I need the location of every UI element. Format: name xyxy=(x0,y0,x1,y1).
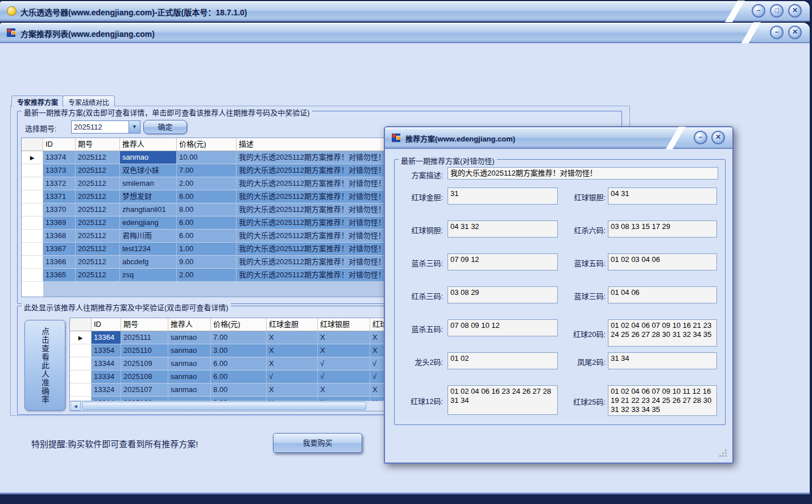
row-selector[interactable] xyxy=(22,269,43,282)
child-minimize-button[interactable]: – xyxy=(770,26,784,39)
header-selector-cell[interactable] xyxy=(22,138,43,151)
row-selector[interactable] xyxy=(70,370,92,384)
field-box[interactable]: 01 02 03 04 06 xyxy=(608,253,717,270)
field-box[interactable]: 01 02 xyxy=(448,352,558,369)
cell-copper[interactable]: X xyxy=(370,344,386,357)
cell-id[interactable]: 13372 xyxy=(43,177,76,190)
cell-id[interactable]: 13370 xyxy=(43,203,76,216)
cell-silver[interactable]: X xyxy=(318,344,370,357)
cell-copper[interactable]: X xyxy=(370,331,386,344)
cell-id[interactable]: 13344 xyxy=(92,357,121,370)
cell-recommender[interactable]: sanmao xyxy=(168,357,211,370)
cell-desc[interactable]: 我的大乐透2025112期方案推荐！对错勿怪！ xyxy=(237,269,406,282)
field-box[interactable]: 04 31 32 xyxy=(448,220,558,238)
tab-expert-plans[interactable]: 专家推荐方案 xyxy=(11,95,64,107)
cell-period[interactable]: 2025112 xyxy=(76,269,120,282)
child-titlebar[interactable]: 方案推荐列表(www.edengjiang.com) – ✕ xyxy=(0,23,810,43)
minimize-button[interactable]: – xyxy=(752,4,765,18)
row-selector[interactable] xyxy=(22,256,43,269)
row-selector[interactable] xyxy=(22,216,43,230)
cell-period[interactable]: 2025110 xyxy=(121,344,168,357)
desc-box[interactable]: 我的大乐透2025112期方案推荐！对错勿怪！ xyxy=(448,167,718,180)
cell-id[interactable]: 13371 xyxy=(43,190,76,203)
cell-period[interactable]: 2025111 xyxy=(121,331,168,344)
cell-period[interactable]: 2025112 xyxy=(76,177,120,190)
cell-copper[interactable]: X xyxy=(370,384,386,397)
cell-price[interactable]: 6.00 xyxy=(177,230,237,243)
resize-grip[interactable] xyxy=(719,449,727,457)
cell-price[interactable]: 10.00 xyxy=(177,151,237,164)
field-box[interactable]: 31 xyxy=(448,188,558,205)
cell-price[interactable]: 6.00 xyxy=(211,370,267,384)
field-box[interactable]: 01 02 04 06 16 23 24 26 27 28 31 34 xyxy=(448,385,558,415)
cell-recommender[interactable]: sanmao xyxy=(168,344,211,357)
cell-price[interactable]: 6.00 xyxy=(211,357,267,370)
dialog-titlebar[interactable]: 推荐方案(www.edengjiang.com) – ✕ xyxy=(385,127,732,149)
dialog-minimize-button[interactable]: – xyxy=(694,131,707,144)
cell-gold[interactable]: X xyxy=(267,357,318,370)
cell-period[interactable]: 2025112 xyxy=(76,190,120,203)
header-cell[interactable]: 推荐人 xyxy=(120,138,177,151)
cell-recommender[interactable]: zhangtianli01 xyxy=(120,203,177,216)
cell-desc[interactable]: 我的大乐透2025112期方案推荐！对错勿怪！ xyxy=(237,216,406,230)
cell-id[interactable]: 13369 xyxy=(43,216,76,230)
row-selector[interactable]: ▶ xyxy=(70,331,92,344)
header-cell[interactable]: 红球铜胆 xyxy=(370,318,386,331)
cell-price[interactable]: 3.00 xyxy=(211,344,267,357)
cell-id[interactable]: 13368 xyxy=(43,230,76,243)
cell-recommender[interactable]: sanmao xyxy=(168,370,211,384)
cell-recommender[interactable]: 双色球小妹 xyxy=(120,164,177,177)
cell-recommender[interactable]: sanmao xyxy=(168,331,211,344)
field-box[interactable]: 07 08 09 10 12 xyxy=(448,319,558,336)
cell-period[interactable]: 2025112 xyxy=(76,151,120,164)
cell-price[interactable]: 9.00 xyxy=(177,256,237,269)
cell-desc[interactable]: 我的大乐透2025112期方案推荐！对错勿怪！ xyxy=(237,177,406,190)
cell-silver[interactable]: √ xyxy=(318,370,370,384)
table-row[interactable]: 133442025109sanmao6.00X√√ xyxy=(70,357,385,370)
cell-recommender[interactable]: abcdefg xyxy=(120,256,177,269)
cell-id[interactable]: 13354 xyxy=(92,344,121,357)
cell-recommender[interactable]: smileman xyxy=(120,177,177,190)
row-selector[interactable] xyxy=(22,243,43,256)
header-cell[interactable]: 红球银胆 xyxy=(318,318,370,331)
cell-silver[interactable]: √ xyxy=(318,357,370,370)
cell-desc[interactable]: 我的大乐透2025112期方案推荐！对错勿怪！ xyxy=(237,190,406,203)
row-selector[interactable] xyxy=(70,357,92,370)
header-cell[interactable]: 期号 xyxy=(76,138,120,151)
row-selector[interactable] xyxy=(22,190,43,203)
field-box[interactable]: 31 34 xyxy=(608,352,717,369)
field-box[interactable]: 03 08 29 xyxy=(448,286,558,303)
cell-id[interactable]: 13367 xyxy=(43,243,76,256)
field-box[interactable]: 01 02 04 06 07 09 10 11 12 16 19 21 22 2… xyxy=(608,385,717,416)
cell-period[interactable]: 2025107 xyxy=(121,384,168,397)
cell-period[interactable]: 2025112 xyxy=(76,164,120,177)
cell-recommender[interactable]: sanmao xyxy=(168,384,211,397)
row-selector[interactable] xyxy=(70,344,92,357)
cell-gold[interactable]: X xyxy=(267,344,318,357)
cell-id[interactable]: 13366 xyxy=(43,256,76,269)
cell-desc[interactable]: 我的大乐透2025112期方案推荐！对错勿怪！ xyxy=(237,256,406,269)
field-box[interactable]: 01 04 06 xyxy=(608,286,717,303)
header-cell[interactable]: 价格(元) xyxy=(177,138,237,151)
maximize-button[interactable]: □ xyxy=(770,4,784,18)
cell-price[interactable]: 8.00 xyxy=(211,384,267,397)
cell-id[interactable]: 13374 xyxy=(43,151,76,164)
cell-period[interactable]: 2025112 xyxy=(76,230,120,243)
header-cell[interactable]: ID xyxy=(92,318,121,331)
buy-button[interactable]: 我要购买 xyxy=(273,433,362,453)
cell-desc[interactable]: 我的大乐透2025112期方案推荐！对错勿怪！ xyxy=(237,164,406,177)
history-table[interactable]: ◄ ID期号推荐人价格(元)红球金胆红球银胆红球铜胆▶133642025111s… xyxy=(69,318,386,411)
table-row[interactable]: 133542025110sanmao3.00XXX xyxy=(70,344,385,357)
row-selector[interactable] xyxy=(22,177,43,190)
cell-price[interactable]: 7.00 xyxy=(211,331,267,344)
cell-price[interactable]: 2.00 xyxy=(177,177,237,190)
close-button[interactable]: ✕ xyxy=(788,4,802,18)
header-cell[interactable]: 推荐人 xyxy=(168,318,211,331)
horizontal-scrollbar[interactable]: ◄ xyxy=(71,401,384,411)
header-cell[interactable]: ID xyxy=(43,138,76,151)
cell-recommender[interactable]: 君梅川雨 xyxy=(120,230,177,243)
tab-expert-records[interactable]: 专家战绩对比 xyxy=(63,95,115,106)
cell-period[interactable]: 2025109 xyxy=(121,357,168,370)
cell-gold[interactable]: √ xyxy=(267,370,318,384)
field-box[interactable]: 01 02 04 06 07 09 10 16 21 23 24 25 26 2… xyxy=(608,319,717,347)
